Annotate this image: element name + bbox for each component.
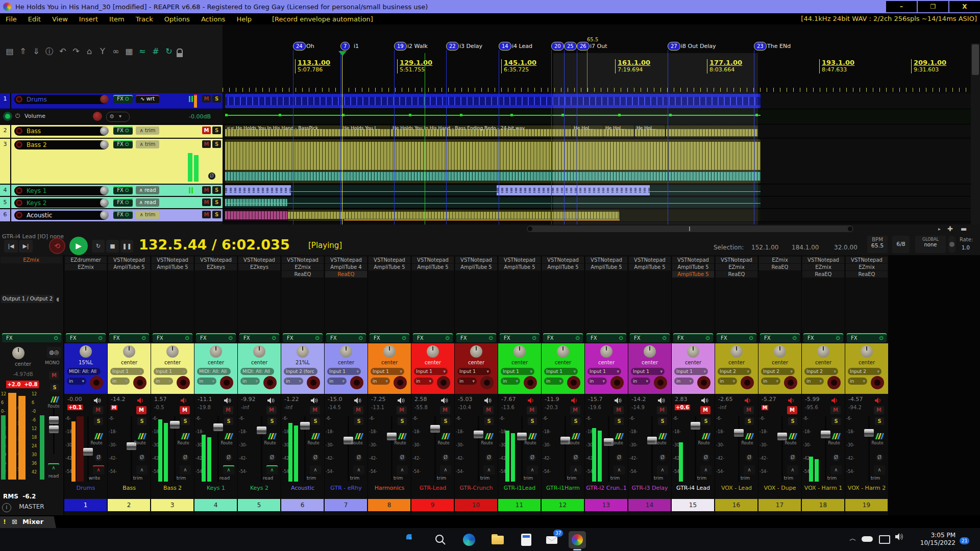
speaker-icon[interactable]: [831, 396, 840, 403]
fx-slot[interactable]: AmpliTube 5: [672, 271, 714, 278]
input-mode-button[interactable]: in▾: [197, 378, 216, 385]
marker-26[interactable]: 26: [577, 42, 590, 51]
track-envelope-button[interactable]: ∧ read: [136, 198, 159, 207]
record-arm-button[interactable]: [610, 376, 624, 389]
input-mode-button[interactable]: in▾: [848, 378, 867, 385]
fx-slot[interactable]: VSTNotepad: [325, 257, 367, 263]
link-icon[interactable]: ∞: [109, 45, 122, 58]
volume-readout[interactable]: -5.99: [805, 396, 819, 403]
fx-slot[interactable]: VSTNotepad: [499, 257, 541, 263]
track-name[interactable]: Acoustic: [14, 211, 108, 220]
audio-item-keys2a[interactable]: [225, 197, 287, 208]
fader-track[interactable]: [781, 416, 783, 482]
strip-fx-button[interactable]: FX⏻: [370, 333, 409, 342]
pan-knob[interactable]: [774, 345, 786, 358]
pan-knob[interactable]: [730, 345, 743, 358]
pan-knob[interactable]: [861, 345, 873, 358]
lock-icon[interactable]: [173, 47, 182, 56]
pan-knob[interactable]: [600, 345, 612, 358]
strip-fx-button[interactable]: FX⏻: [543, 333, 583, 342]
input-selector[interactable]: Input 1▾: [457, 368, 491, 375]
track-panel-keys-1[interactable]: 4Keys 1FX ⏻∧ readMS: [0, 185, 223, 196]
route-icon[interactable]: [181, 433, 190, 440]
track-mute-button[interactable]: M: [202, 95, 211, 103]
strip-number[interactable]: 1: [64, 499, 107, 511]
track-fx-button[interactable]: FX ⏻: [113, 198, 133, 207]
solo-button[interactable]: S: [137, 417, 146, 425]
input-selector[interactable]: Input 2▾: [848, 368, 881, 375]
input-selector[interactable]: MIDI: All: All▾: [197, 368, 231, 375]
menu-edit[interactable]: Edit: [22, 15, 46, 23]
volume-readout[interactable]: -14.2: [111, 396, 125, 403]
input-selector[interactable]: Input 2▾: [718, 368, 751, 375]
input-mode-button[interactable]: in▾: [501, 378, 520, 385]
strip-fx-button[interactable]: FX⏻: [413, 333, 453, 342]
pan-knob[interactable]: [427, 345, 439, 358]
gear-icon[interactable]: ⚙: [109, 113, 114, 120]
fx-slot[interactable]: ReaEQ: [325, 271, 367, 278]
phase-button[interactable]: Ø: [659, 454, 666, 461]
track-knob[interactable]: [100, 127, 109, 135]
track-name[interactable]: Bass 2: [14, 140, 108, 149]
solo-button[interactable]: S: [831, 417, 841, 425]
menu-actions[interactable]: Actions: [195, 15, 231, 23]
mute-button[interactable]: M: [223, 406, 233, 414]
track-mute-button[interactable]: M: [202, 211, 211, 218]
record-arm-button[interactable]: [220, 376, 233, 389]
record-arm-button[interactable]: [697, 376, 710, 389]
fx-slot[interactable]: EZmix: [802, 264, 844, 270]
audio-item-bass[interactable]: << He Holds You In His Hand - BassPick..…: [225, 126, 341, 137]
master-route-icon[interactable]: [50, 396, 59, 403]
new-project-icon[interactable]: ▤: [3, 45, 16, 58]
track-envelope-button[interactable]: ∧ trim: [136, 211, 159, 219]
stop-button[interactable]: ■: [106, 240, 119, 253]
record-arm-icon[interactable]: [16, 187, 22, 194]
master-peak-badge[interactable]: +2.0 +0.8: [6, 381, 39, 388]
ruler-bar-label[interactable]: 145.1.006:35.725: [501, 59, 536, 73]
fader-track[interactable]: [565, 416, 566, 482]
track-fx-button[interactable]: FX ⏻: [113, 211, 133, 219]
record-arm-button[interactable]: [741, 376, 754, 389]
track-name[interactable]: Bass: [14, 127, 108, 136]
route-icon[interactable]: [94, 433, 103, 440]
record-arm-button[interactable]: [871, 376, 884, 389]
strip-number[interactable]: 10: [455, 499, 497, 511]
solo-button[interactable]: S: [875, 417, 884, 425]
speaker-icon[interactable]: [484, 396, 493, 403]
phase-button[interactable]: Ø: [182, 454, 189, 461]
mixer-strip-vox-dupe[interactable]: EZmixReaEQFX⏻centerInput 2▾in▾-5.27MM-6-…: [758, 255, 801, 515]
volume-readout[interactable]: -7.67: [501, 396, 516, 403]
fx-slot[interactable]: AmpliTube 5: [585, 264, 627, 270]
fx-slot[interactable]: ReaEQ: [282, 271, 324, 278]
input-mode-button[interactable]: in▾: [67, 378, 86, 385]
menu-options[interactable]: Options: [159, 15, 195, 23]
bpm-value[interactable]: 65.5: [867, 242, 888, 249]
strip-number[interactable]: 17: [758, 499, 801, 511]
mute-button[interactable]: M: [353, 406, 363, 414]
mute-button[interactable]: M: [93, 406, 103, 414]
solo-button[interactable]: S: [484, 417, 494, 425]
envelope-button[interactable]: ∧: [830, 465, 842, 474]
envelope-knob[interactable]: [93, 112, 102, 121]
route-icon[interactable]: [571, 433, 580, 440]
fx-slot[interactable]: VSTNotepad: [542, 257, 584, 263]
fx-slot[interactable]: VSTNotepad: [585, 257, 627, 263]
title-bar[interactable]: He Holds You in His Hand_30 [modified] -…: [0, 0, 980, 13]
fx-slot[interactable]: VSTNotepad: [108, 257, 150, 263]
speaker-icon[interactable]: [571, 396, 579, 403]
fx-slot[interactable]: ReaEQ: [846, 271, 888, 278]
pan-knob[interactable]: [687, 345, 699, 358]
mute-button[interactable]: M: [614, 406, 624, 414]
strip-number[interactable]: 8: [368, 499, 410, 511]
mixer-strip-vox-harm-1[interactable]: VSTNotepadEZmixReaEQFX⏻centerInput 2▾in▾…: [802, 255, 845, 515]
track-envelope-button[interactable]: ∧ trim: [136, 140, 159, 148]
record-arm-button[interactable]: [654, 376, 667, 389]
fx-slot[interactable]: ReaEQ: [802, 271, 844, 278]
master-fader-2[interactable]: [49, 425, 59, 433]
envelope-button[interactable]: ∧: [180, 465, 191, 474]
mixer-strip-gtr-i2-crun-1[interactable]: VSTNotepadAmpliTube 5FX⏻centerInput 1▾in…: [585, 255, 628, 515]
strip-fx-button[interactable]: FX⏻: [109, 333, 149, 342]
fader-track[interactable]: [825, 416, 826, 482]
route-icon[interactable]: [701, 433, 710, 440]
fader-track[interactable]: [348, 416, 349, 482]
